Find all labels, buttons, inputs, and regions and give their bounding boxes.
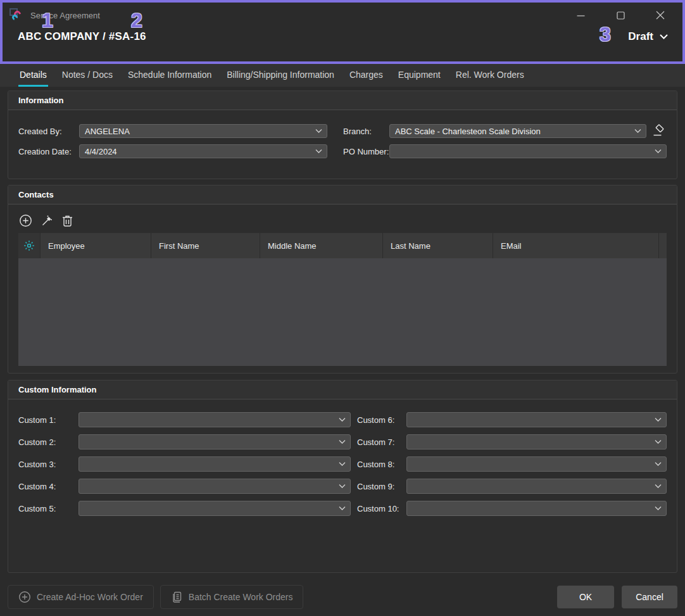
chevron-down-icon [655, 149, 662, 154]
tab-charges[interactable]: Charges [348, 64, 384, 87]
chevron-down-icon [315, 129, 322, 134]
create-adhoc-work-order-button[interactable]: Create Ad-Hoc Work Order [8, 585, 154, 609]
maximize-icon[interactable] [616, 11, 625, 20]
custom-7-dropdown[interactable] [406, 434, 667, 449]
tab-schedule-information[interactable]: Schedule Information [127, 64, 213, 87]
contacts-toolbar [8, 204, 677, 233]
column-header-end-spacer [659, 233, 667, 258]
custom-information-section: Custom Information Custom 1: Custom 6: C… [8, 380, 677, 573]
created-by-label: Created By: [18, 127, 79, 136]
annotation-1: 1 [42, 9, 53, 32]
custom-3-dropdown[interactable] [79, 456, 351, 472]
custom-1-dropdown[interactable] [79, 412, 351, 427]
chevron-down-icon [339, 506, 346, 511]
tab-equipment[interactable]: Equipment [397, 64, 442, 87]
chevron-down-icon [655, 440, 662, 444]
contacts-table-header: Employee First Name Middle Name Last Nam… [18, 233, 667, 258]
titlebar: Service Agreement [3, 3, 682, 24]
contacts-table-body-empty[interactable] [18, 258, 667, 366]
custom-8-label: Custom 8: [357, 460, 406, 469]
column-header-middle-name[interactable]: Middle Name [260, 233, 383, 258]
chevron-down-icon [339, 440, 346, 444]
plus-circle-icon [18, 591, 31, 603]
chevron-down-icon [655, 462, 662, 467]
chevron-down-icon [655, 484, 662, 489]
chevron-down-icon [655, 418, 662, 422]
tab-details[interactable]: Details [18, 64, 48, 87]
status-label: Draft [628, 30, 653, 43]
custom-6-label: Custom 6: [357, 415, 406, 425]
eraser-icon[interactable] [650, 123, 667, 139]
window-title: Service Agreement [30, 11, 576, 20]
created-by-value: ANGELENA [85, 127, 130, 136]
magic-wand-icon[interactable] [39, 213, 53, 227]
custom-8-dropdown[interactable] [406, 456, 667, 472]
custom-4-label: Custom 4: [18, 482, 79, 491]
column-header-first-name[interactable]: First Name [151, 233, 260, 258]
chevron-down-icon [655, 506, 662, 511]
custom-5-label: Custom 5: [18, 504, 79, 513]
chevron-down-icon [339, 462, 346, 467]
minimize-icon[interactable] [576, 11, 585, 20]
page-title: ABC COMPANY / #SA-16 [18, 30, 146, 43]
batch-create-work-orders-button[interactable]: Batch Create Work Orders [160, 585, 304, 609]
annotation-2: 2 [131, 9, 142, 32]
delete-trash-icon[interactable] [60, 213, 74, 227]
custom-4-dropdown[interactable] [79, 479, 351, 494]
custom-6-dropdown[interactable] [406, 412, 667, 427]
ok-button[interactable]: OK [557, 586, 614, 608]
custom-3-label: Custom 3: [18, 460, 79, 469]
column-header-employee[interactable]: Employee [41, 233, 151, 258]
custom-10-dropdown[interactable] [406, 501, 667, 516]
tab-bar: Details Notes / Docs Schedule Informatio… [0, 64, 685, 87]
contacts-section: Contacts Employee First Name Middle Name… [8, 185, 677, 374]
documents-icon [171, 591, 183, 603]
custom-2-dropdown[interactable] [79, 434, 351, 449]
annotation-3: 3 [600, 23, 611, 46]
custom-1-label: Custom 1: [18, 415, 79, 425]
chevron-down-icon [339, 418, 346, 422]
status-dropdown[interactable]: Draft [628, 30, 669, 43]
creation-date-label: Creation Date: [18, 147, 79, 156]
creation-date-dropdown[interactable]: 4/4/2024 [79, 144, 327, 158]
created-by-dropdown[interactable]: ANGELENA [79, 124, 327, 138]
contacts-table: Employee First Name Middle Name Last Nam… [18, 233, 667, 366]
information-section-title: Information [8, 91, 677, 110]
branch-dropdown[interactable]: ABC Scale - Charlesteon Scale Division [389, 124, 646, 138]
custom-10-label: Custom 10: [357, 504, 406, 513]
chevron-down-icon [339, 484, 346, 489]
chevron-down-icon [315, 149, 322, 154]
information-section: Information Created By: ANGELENA Branch:… [8, 91, 677, 179]
custom-2-label: Custom 2: [18, 437, 79, 447]
window-header: Service Agreement ABC COMPANY / #SA-16 D… [0, 0, 685, 64]
custom-9-dropdown[interactable] [406, 479, 667, 494]
app-logo-icon [9, 8, 25, 23]
column-header-last-name[interactable]: Last Name [383, 233, 493, 258]
sun-icon[interactable] [18, 233, 41, 258]
chevron-down-icon [659, 34, 669, 40]
tab-billing-shipping-information[interactable]: Billing/Shipping Information [225, 64, 336, 87]
branch-label: Branch: [343, 127, 389, 136]
custom-9-label: Custom 9: [357, 482, 406, 491]
custom-5-dropdown[interactable] [79, 501, 351, 516]
tab-rel-work-orders[interactable]: Rel. Work Orders [455, 64, 525, 87]
cancel-button[interactable]: Cancel [622, 586, 677, 608]
column-header-email[interactable]: EMail [493, 233, 659, 258]
custom-7-label: Custom 7: [357, 437, 406, 447]
chevron-down-icon [634, 129, 641, 134]
close-icon[interactable] [656, 11, 665, 20]
creation-date-value: 4/4/2024 [85, 147, 117, 156]
po-number-label: PO Number: [343, 147, 389, 156]
add-contact-icon[interactable] [18, 213, 32, 227]
service-agreement-window: { "window": { "title": "Service Agreemen… [0, 0, 685, 616]
tab-notes-docs[interactable]: Notes / Docs [61, 64, 114, 87]
footer-bar: Create Ad-Hoc Work Order Batch Create Wo… [0, 578, 685, 616]
branch-value: ABC Scale - Charlesteon Scale Division [395, 127, 541, 136]
custom-information-section-title: Custom Information [8, 380, 677, 399]
po-number-dropdown[interactable] [389, 144, 667, 158]
contacts-section-title: Contacts [8, 185, 677, 204]
